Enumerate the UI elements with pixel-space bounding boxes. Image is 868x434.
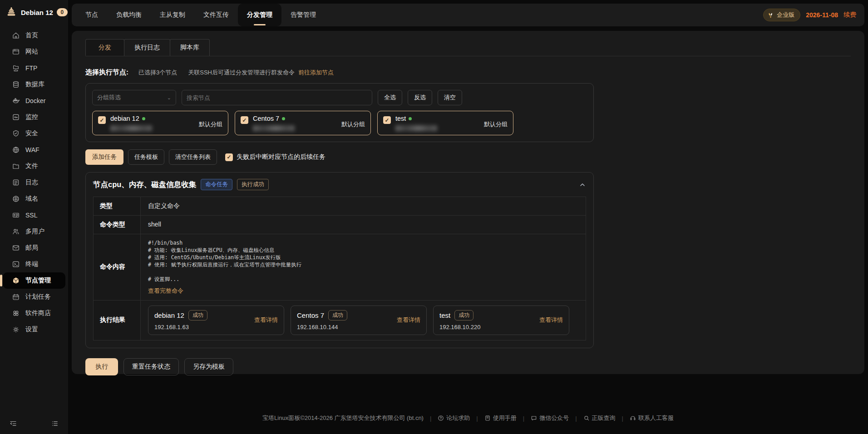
node-search-input[interactable] [182,90,372,105]
sidebar-item-label: 安全 [25,129,38,138]
sidebar-item-docker[interactable]: Docker [0,93,68,109]
sidebar-item-label: 软件商店 [25,309,51,317]
sidebar-item-domain[interactable]: 域名 [0,191,68,207]
footer-link-forum[interactable]: 论坛求助 [438,414,470,422]
result-info: Centos 7 成功 192.168.10.144 [297,310,397,330]
invert-select-button[interactable]: 反选 [408,90,432,105]
node-card[interactable]: ✓ debian 12 默认分组 [92,111,228,135]
view-detail-link[interactable]: 查看详情 [397,316,420,324]
sidebar-item-security[interactable]: 安全 [0,125,68,142]
log-document-icon [12,178,20,187]
script-preview: #!/bin/bash # 功能: 收集Linux服务器CPU、内存、磁盘核心信… [148,239,578,283]
save-as-template-button[interactable]: 另存为模板 [184,358,233,375]
topnav-tab-alert[interactable]: 告警管理 [281,4,325,26]
menu-list-icon[interactable] [51,419,59,428]
tab-distribute[interactable]: 分发 [85,39,124,56]
topnav-tab-loadbalance[interactable]: 负载均衡 [107,4,151,26]
task-panel: 节点cpu、内存、磁盘信息收集 命令任务 执行成功 类型 自定义命令 [85,172,594,348]
result-status-badge: 成功 [328,310,347,321]
footer-link-wechat[interactable]: 微信公众号 [531,414,569,422]
node-select-header: 选择执行节点: 已选择3个节点 关联SSH后可通过分发管理进行群发命令 前往添加… [85,68,594,77]
node-select-title: 选择执行节点: [85,68,128,77]
footer-link-manual[interactable]: 使用手册 [484,414,517,422]
row-value-cmd-content: #!/bin/bash # 功能: 收集Linux服务器CPU、内存、磁盘核心信… [141,234,586,300]
node-ip-blurred [395,125,437,131]
add-task-button[interactable]: 添加任务 [85,149,123,165]
renew-link[interactable]: 续费 [843,11,856,19]
enterprise-badge[interactable]: 企业版 [763,9,800,21]
sidebar-item-waf[interactable]: WAF [0,142,68,158]
view-detail-link[interactable]: 查看详情 [539,316,563,324]
topnav-tab-distribution[interactable]: 分发管理 [238,4,281,26]
sidebar-item-appstore[interactable]: 软件商店 [0,305,68,321]
task-actions-row: 添加任务 任务模板 清空任务列表 ✓ 失败后中断对应节点的后续任务 [85,149,594,165]
node-checkbox[interactable]: ✓ [241,116,248,124]
abort-on-fail-checkbox[interactable]: ✓ [225,153,233,161]
node-name: Centos 7 [253,115,279,122]
headset-icon [630,415,636,421]
sidebar-item-multiuser[interactable]: 多用户 [0,223,68,240]
shield-check-icon [12,129,20,138]
globe-icon [12,146,20,154]
logo-row[interactable]: Debian 12 0 [0,0,68,25]
sidebar-item-settings[interactable]: 设置 [0,321,68,338]
pagoda-logo-icon [5,6,17,18]
clear-task-list-button[interactable]: 清空任务列表 [169,149,217,165]
task-template-button[interactable]: 任务模板 [128,149,164,165]
task-title: 节点cpu、内存、磁盘信息收集 [93,180,196,190]
sidebar-item-database[interactable]: 数据库 [0,76,68,93]
sidebar-item-monitor[interactable]: 监控 [0,109,68,125]
sidebar-item-ftp[interactable]: FTP [0,60,68,76]
topnav-tab-node[interactable]: 节点 [76,4,107,26]
group-filter-select[interactable]: 分组筛选 ⌄ [92,90,176,105]
sidebar-item-home[interactable]: 首页 [0,27,68,44]
sidebar-item-label: FTP [25,64,37,72]
result-info: debian 12 成功 192.168.1.63 [154,310,254,330]
reset-task-status-button[interactable]: 重置任务状态 [123,358,179,375]
sidebar-item-label: WAF [25,146,39,153]
view-detail-link[interactable]: 查看详情 [254,316,278,324]
result-name-row: Centos 7 成功 [297,310,397,321]
footer-link-label: 微信公众号 [539,414,569,422]
license-expiry-date: 2026-11-08 [806,11,838,19]
footer-link-support[interactable]: 联系人工客服 [630,414,674,422]
sidebar-item-website[interactable]: 网站 [0,44,68,60]
collapse-sidebar-icon[interactable] [9,419,17,428]
collapse-panel-icon[interactable] [579,181,586,188]
clear-select-button[interactable]: 清空 [438,90,462,105]
sidebar-item-mail[interactable]: 邮局 [0,240,68,256]
node-checkbox[interactable]: ✓ [98,116,106,124]
page-footer: 宝塔Linux面板©2014-2026 广东堡塔安全技术有限公司 (bt.cn)… [72,414,864,422]
node-card[interactable]: ✓ Centos 7 默认分组 [235,111,371,135]
envelope-icon [12,244,20,252]
row-value-cmd-type: shell [141,216,586,234]
node-name-row: test [395,115,479,122]
certificate-card-icon [12,211,20,219]
topnav-tab-replication[interactable]: 主从复制 [151,4,194,26]
node-info: debian 12 [110,115,194,131]
sidebar-item-files[interactable]: 文件 [0,158,68,174]
table-row: 执行结果 debian 12 成功 [94,301,586,340]
node-checkbox[interactable]: ✓ [383,116,391,124]
row-label-cmd-content: 命令内容 [94,234,141,300]
result-node-ip: 192.168.10.220 [439,324,539,330]
view-full-command-link[interactable]: 查看完整命令 [148,287,578,295]
add-node-link[interactable]: 前往添加节点 [298,69,334,77]
footer-link-genuine-check[interactable]: 正版查询 [583,414,616,422]
topnav-tab-filetransfer[interactable]: 文件互传 [194,4,238,26]
footer-separator: | [430,415,431,422]
app-grid-icon [12,309,20,317]
sidebar-item-terminal[interactable]: 终端 [0,256,68,272]
footer-separator: | [476,415,478,422]
tab-exec-log[interactable]: 执行日志 [124,39,170,56]
sidebar-item-logs[interactable]: 日志 [0,174,68,191]
sidebar-item-cron[interactable]: 计划任务 [0,289,68,305]
sidebar-item-node-manage[interactable]: 节点管理 [3,272,65,289]
result-card: test 成功 192.168.10.220 查看详情 [433,306,569,335]
node-card[interactable]: ✓ test 默认分组 [377,111,513,135]
sidebar-item-ssl[interactable]: SSL [0,207,68,223]
message-count-badge[interactable]: 0 [57,8,68,16]
execute-button[interactable]: 执行 [85,358,118,375]
tab-script-library[interactable]: 脚本库 [170,39,210,56]
select-all-button[interactable]: 全选 [378,90,402,105]
